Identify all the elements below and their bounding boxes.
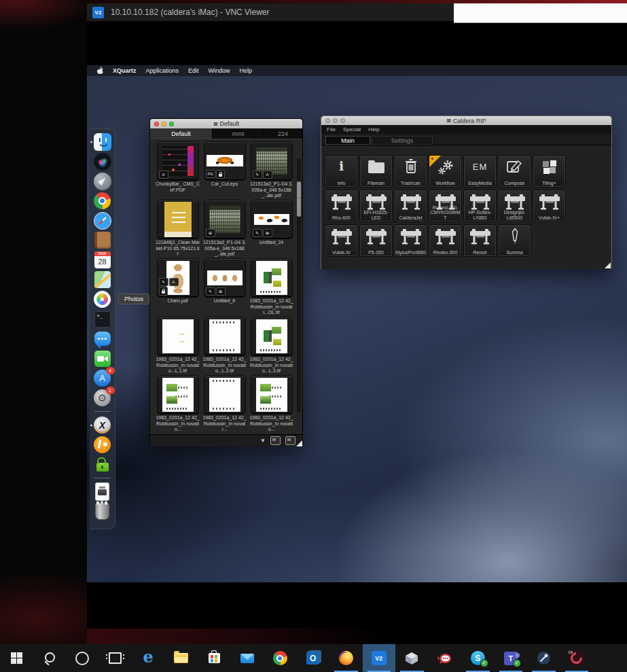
fileman-tab-224[interactable]: 224: [264, 128, 302, 139]
file-item[interactable]: ✎AChien.pdf: [155, 259, 200, 317]
file-thumbnail[interactable]: [158, 376, 198, 414]
file-thumbnail[interactable]: [204, 317, 245, 355]
file-thumbnail[interactable]: ✎⊠: [204, 259, 245, 297]
dock-item-finder[interactable]: [93, 132, 112, 151]
dock-item-facetime[interactable]: [93, 349, 112, 368]
resize-grip[interactable]: [605, 262, 611, 268]
dock-item-lock[interactable]: [93, 455, 112, 474]
caldera-tab-main[interactable]: Main: [325, 136, 370, 145]
file-item[interactable]: PSCar_Cut.eps: [202, 142, 247, 200]
file-item[interactable]: ✎⊠Untitled_6: [202, 259, 247, 317]
caldera-button-trashcan[interactable]: Trashcan: [394, 155, 427, 188]
caldera-button-designjet-l65500[interactable]: Designjet-L65500: [498, 190, 531, 222]
caldera-button-info[interactable]: iInfo: [325, 155, 358, 188]
dock-item-trash[interactable]: [93, 502, 112, 520]
thumbnail-view-icon[interactable]: [270, 436, 281, 445]
file-thumbnail[interactable]: [251, 317, 292, 355]
apple-icon[interactable]: [96, 67, 103, 75]
caldera-menu-help[interactable]: Help: [368, 126, 379, 132]
file-thumbnail[interactable]: [251, 259, 292, 297]
file-item[interactable]: 1983_0201a_12 42_Robitussin_In novatio..…: [155, 376, 200, 434]
default-window-titlebar[interactable]: ⊠ Default: [150, 119, 302, 128]
dock-item-photos[interactable]: [93, 290, 112, 308]
caldera-button-calderajet[interactable]: CalderaJet: [394, 190, 427, 222]
caldera-button-hp-scitex-lx850[interactable]: HP-Scitex-LX850: [463, 190, 497, 222]
dock-item-appstore[interactable]: A4: [93, 369, 112, 387]
fileman-tab-mmt[interactable]: mmt: [213, 128, 264, 139]
caldera-button-workflow[interactable]: Workflow: [429, 155, 462, 188]
caldera-button-roland-vsi-cmykogwmt[interactable]: Roland-VSi-CMYKOGWMT: [429, 190, 462, 222]
menubar-item-help[interactable]: Help: [240, 67, 253, 74]
file-thumbnail[interactable]: PS: [204, 142, 245, 180]
menubar-item-window[interactable]: Window: [209, 67, 230, 74]
caldera-tab-settings[interactable]: Settings: [372, 136, 433, 145]
menubar-item-edit[interactable]: Edit: [188, 67, 199, 74]
file-thumbnail[interactable]: [158, 200, 198, 238]
caldera-menu-file[interactable]: File: [327, 126, 336, 132]
dock-item-caldera-app[interactable]: [93, 436, 112, 454]
file-item[interactable]: 121846j1_Clean Market-P10 65.75x121.tif: [155, 200, 200, 259]
caldera-menu-special[interactable]: Special: [343, 126, 361, 132]
caldera-button-p5-350[interactable]: P5-350: [359, 224, 393, 257]
caldera-button-compose[interactable]: Compose: [498, 155, 531, 188]
import-images-icon[interactable]: [285, 436, 295, 445]
caldera-button-summa[interactable]: Summa: [498, 224, 531, 257]
file-item[interactable]: 1983_0201a_12 42_Robitussin_In novatio..…: [249, 317, 294, 376]
menubar-item-applications[interactable]: Applications: [146, 67, 179, 74]
menubar-item-xquartz[interactable]: XQuartz: [113, 67, 137, 74]
dock-item-maps[interactable]: [93, 270, 112, 289]
caldera-button-styluspro9880[interactable]: StylusPro9880: [394, 224, 427, 257]
close-button[interactable]: [325, 118, 330, 123]
caldera-button-efi-h1625-led[interactable]: EFI-H1625-LED: [359, 190, 393, 222]
caldera-button-vutek-xr[interactable]: Vutek-Xr: [325, 224, 358, 257]
resize-grip[interactable]: [296, 440, 302, 446]
dock-item-chrome[interactable]: [93, 192, 112, 210]
taskbar-c4d[interactable]: C4: [560, 644, 594, 672]
zoom-button[interactable]: [169, 122, 174, 126]
file-thumbnail[interactable]: [204, 376, 245, 414]
taskbar-virtualbox[interactable]: [395, 644, 429, 672]
taskbar-remote[interactable]: [527, 644, 560, 672]
filter-dropdown-icon[interactable]: ▼: [260, 438, 266, 444]
taskbar-firefox[interactable]: [329, 644, 363, 672]
taskbar-vnc[interactable]: V2: [363, 644, 396, 672]
file-item[interactable]: ✎A121513a2_P1-G4 3.005a-e_346 5x188_..al…: [249, 142, 294, 200]
caldera-button-tiling+[interactable]: Tiling+: [533, 155, 566, 188]
taskbar-cortana[interactable]: [66, 644, 99, 672]
caldera-titlebar[interactable]: ⊠ Caldera RIP: [321, 116, 611, 125]
dock-item-xquartz[interactable]: X: [93, 416, 112, 434]
scrollbar[interactable]: [297, 158, 301, 412]
taskbar-teams[interactable]: T✓: [495, 644, 528, 672]
file-thumbnail[interactable]: ✎A: [158, 259, 198, 297]
file-item[interactable]: AChunkyBar_ CMS_CxF.PDF: [155, 142, 200, 200]
dock-item-siri[interactable]: [93, 152, 112, 171]
caldera-button-rho-600[interactable]: Rho-600: [325, 190, 358, 222]
file-thumbnail[interactable]: [251, 376, 292, 414]
file-thumbnail[interactable]: ⊞: [204, 200, 245, 238]
file-item[interactable]: ✎⊠Untitled_24: [249, 200, 294, 259]
file-thumbnail[interactable]: ✎A: [251, 142, 292, 180]
dock-item-sysprefs[interactable]: ⚙1: [93, 389, 112, 407]
dock-item-contacts[interactable]: [93, 231, 112, 249]
caldera-button-vutek-xr+[interactable]: Vutek-Xr+: [533, 190, 566, 222]
taskbar-outlook[interactable]: O: [297, 644, 330, 672]
dock-item-launchpad[interactable]: [93, 172, 112, 190]
taskbar-rocketchat[interactable]: [429, 644, 462, 672]
dock-item-messages[interactable]: [93, 330, 112, 348]
file-item[interactable]: ⊞121513a2_P1-G4 3.005a-e_346 5x188_..ale…: [202, 200, 247, 259]
taskbar-start[interactable]: [0, 644, 33, 672]
taskbar-edge[interactable]: e: [132, 644, 165, 672]
minimize-button[interactable]: [162, 122, 166, 126]
file-item[interactable]: 1983_0201a_12 42_Robitussin_In novatio..…: [202, 317, 247, 376]
file-thumbnail[interactable]: A: [158, 142, 198, 180]
scrollbar-thumb[interactable]: [297, 181, 301, 217]
taskbar-search[interactable]: [33, 644, 67, 672]
taskbar-chrome[interactable]: [264, 644, 297, 672]
dock-item-print-queue[interactable]: [93, 482, 112, 501]
dock-item-terminal[interactable]: >_: [93, 310, 112, 328]
close-button[interactable]: [154, 122, 159, 126]
taskbar-explorer[interactable]: [165, 644, 198, 672]
taskbar-mail[interactable]: [231, 644, 264, 672]
minimize-button[interactable]: [333, 118, 338, 123]
file-thumbnail[interactable]: ✎⊠: [251, 200, 292, 238]
